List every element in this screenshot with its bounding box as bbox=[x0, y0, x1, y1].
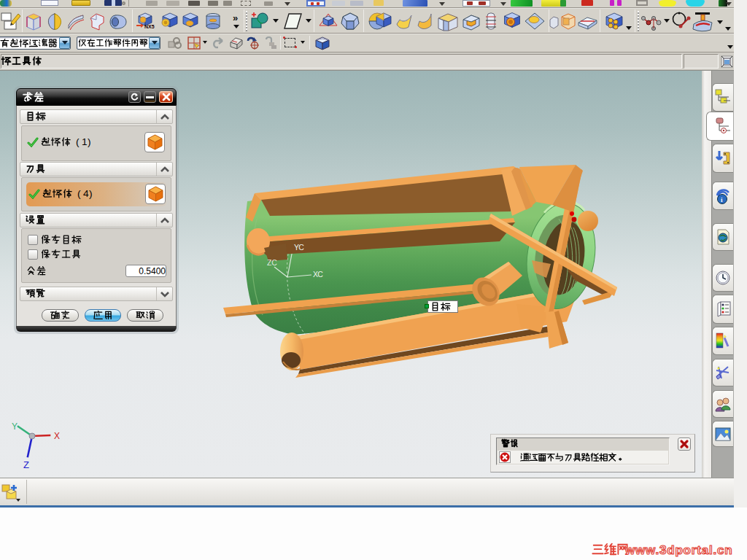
svg-text:4: 4 bbox=[83, 188, 89, 199]
svg-text:1: 1 bbox=[82, 136, 88, 147]
svg-text:Y: Y bbox=[12, 421, 18, 432]
svg-text:X: X bbox=[54, 431, 60, 441]
svg-text:(: ( bbox=[76, 136, 80, 147]
svg-text:www.3dportal.cn: www.3dportal.cn bbox=[624, 543, 732, 557]
svg-text:NX5: NX5 bbox=[144, 24, 155, 29]
svg-text:Z: Z bbox=[23, 459, 29, 470]
svg-text:): ) bbox=[88, 136, 91, 147]
svg-text:): ) bbox=[89, 188, 93, 199]
svg-text:(: ( bbox=[77, 188, 81, 199]
